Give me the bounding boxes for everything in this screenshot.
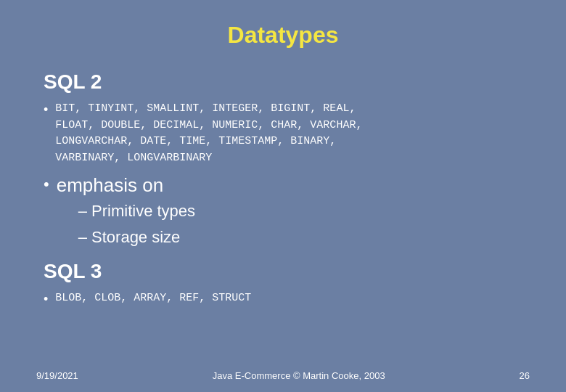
sql3-bullet1: • BLOB, CLOB, ARRAY, REF, STRUCT bbox=[44, 290, 530, 307]
content-area: SQL 2 • BIT, TINYINT, SMALLINT, INTEGER,… bbox=[36, 70, 530, 307]
sql2-line3: LONGVARCHAR, DATE, TIME, TIMESTAMP, BINA… bbox=[55, 134, 362, 150]
bullet-icon-2: • bbox=[44, 175, 49, 194]
sql2-emphasis-block: emphasis on – Primitive types – Storage … bbox=[57, 172, 195, 250]
sql2-sub2: – Storage size bbox=[78, 224, 195, 250]
sql3-label: SQL 3 bbox=[44, 260, 530, 283]
sql2-sub1: – Primitive types bbox=[78, 198, 195, 224]
footer: 9/19/2021 Java E-Commerce © Martin Cooke… bbox=[36, 370, 530, 381]
footer-page: 26 bbox=[520, 370, 530, 381]
bullet-icon-1: • bbox=[44, 102, 48, 118]
sql2-line2: FLOAT, DOUBLE, DECIMAL, NUMERIC, CHAR, V… bbox=[55, 118, 362, 134]
sql2-line4: VARBINARY, LONGVARBINARY bbox=[55, 150, 362, 167]
sql2-line1: BIT, TINYINT, SMALLINT, INTEGER, BIGINT,… bbox=[55, 101, 362, 118]
slide: Datatypes SQL 2 • BIT, TINYINT, SMALLINT… bbox=[0, 0, 566, 392]
sql2-emphasis-main: emphasis on bbox=[57, 174, 163, 196]
sql2-label: SQL 2 bbox=[44, 70, 530, 94]
slide-title: Datatypes bbox=[36, 22, 530, 49]
sql2-bullet1: • BIT, TINYINT, SMALLINT, INTEGER, BIGIN… bbox=[44, 101, 530, 166]
footer-date: 9/19/2021 bbox=[36, 370, 78, 381]
sql2-code-block: BIT, TINYINT, SMALLINT, INTEGER, BIGINT,… bbox=[55, 101, 362, 166]
sql3-code-block: BLOB, CLOB, ARRAY, REF, STRUCT bbox=[55, 290, 251, 307]
sql2-bullet2: • emphasis on – Primitive types – Storag… bbox=[44, 172, 530, 250]
bullet-icon-3: • bbox=[44, 292, 48, 307]
footer-center: Java E-Commerce © Martin Cooke, 2003 bbox=[213, 370, 385, 381]
